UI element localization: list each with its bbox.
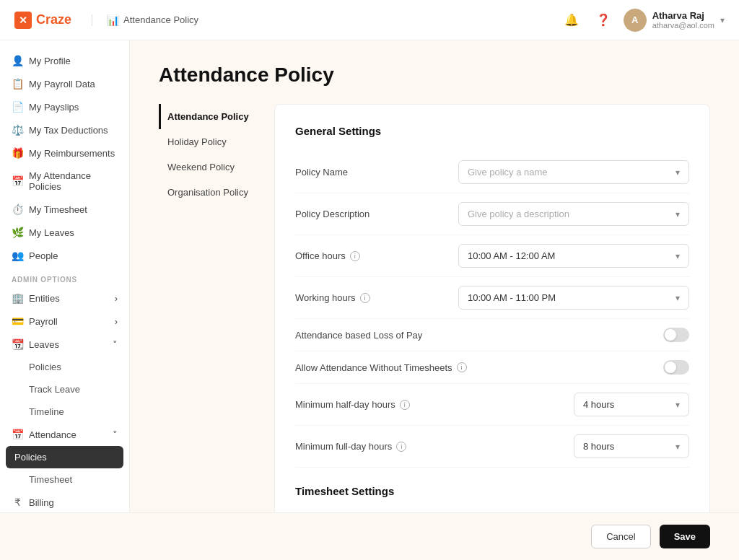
payroll-data-icon: 📋 xyxy=(12,78,23,89)
policy-name-label: Policy Name xyxy=(295,167,348,178)
payroll-icon: 💳 xyxy=(12,315,23,327)
breadcrumb-text: Attendance Policy xyxy=(123,14,198,25)
sidebar-item-billing[interactable]: ₹ Billing xyxy=(0,491,129,512)
policy-name-dropdown[interactable]: Give policy a name ▾ xyxy=(458,160,689,184)
office-hours-row: Office hours i 10:00 AM - 12:00 AM ▾ xyxy=(295,235,689,277)
people-icon: 👥 xyxy=(12,250,23,261)
leaves-admin-icon: 📆 xyxy=(12,338,23,350)
allow-without-timesheets-label: Allow Attendance Without Timesheets i xyxy=(295,362,467,373)
sidebar-item-my-reimbursements[interactable]: 🎁 My Reimbursements xyxy=(0,141,129,165)
sidebar-item-my-profile[interactable]: 👤 My Profile xyxy=(0,49,129,72)
office-hours-info-icon[interactable]: i xyxy=(350,251,360,261)
working-hours-dropdown[interactable]: 10:00 AM - 11:00 PM ▾ xyxy=(458,286,689,310)
sidebar-item-timesheet[interactable]: Timesheet xyxy=(0,468,129,491)
leaves-icon: 🌿 xyxy=(12,227,23,238)
sidebar-item-leaves[interactable]: 📆 Leaves ˅ xyxy=(0,333,129,356)
sidebar-item-my-attendance-policies[interactable]: 📅 My Attendance Policies xyxy=(0,165,129,198)
entities-icon: 🏢 xyxy=(12,292,23,304)
sidebar-item-people[interactable]: 👥 People xyxy=(0,244,129,267)
min-halfday-info-icon[interactable]: i xyxy=(400,400,410,410)
entities-left: 🏢 Entities xyxy=(12,292,60,304)
sidebar-item-attendance[interactable]: 📅 Attendance ˅ xyxy=(0,423,129,446)
toggle-knob xyxy=(665,362,676,373)
sidebar-item-label: My Reimbursements xyxy=(29,148,115,159)
sidebar-item-my-payslips[interactable]: 📄 My Payslips xyxy=(0,95,129,118)
help-button[interactable]: ❓ xyxy=(592,9,615,32)
timesheet-settings-section: Timesheet Settings Allow clock in during… xyxy=(295,485,689,512)
policy-nav-weekend-policy[interactable]: Weekend Policy xyxy=(159,154,274,180)
attendance-lop-toggle[interactable] xyxy=(663,328,689,342)
policy-nav-attendance-policy[interactable]: Attendance Policy xyxy=(159,104,274,129)
working-hours-info-icon[interactable]: i xyxy=(360,293,370,303)
sidebar-item-track-leave[interactable]: Track Leave xyxy=(0,378,129,401)
working-hours-arrow-icon: ▾ xyxy=(675,293,680,303)
policy-nav-holiday-policy[interactable]: Holiday Policy xyxy=(159,129,274,154)
allow-without-timesheets-info-icon[interactable]: i xyxy=(457,362,467,372)
leaves-submenu: Policies Track Leave Timeline xyxy=(0,356,129,423)
attendance-left: 📅 Attendance xyxy=(12,429,76,440)
policy-nav-organisation-policy[interactable]: Organisation Policy xyxy=(159,180,274,205)
sidebar-item-label: Policies xyxy=(14,452,47,463)
sidebar-item-label: My Attendance Policies xyxy=(29,170,118,192)
sidebar-item-label: Policies xyxy=(29,362,61,372)
policy-description-control: Give policy a description ▾ xyxy=(458,202,689,226)
sidebar-item-timeline[interactable]: Timeline xyxy=(0,401,129,423)
working-hours-control: 10:00 AM - 11:00 PM ▾ xyxy=(458,286,689,310)
general-settings-title: General Settings xyxy=(295,125,689,137)
payslips-icon: 📄 xyxy=(12,101,23,113)
user-email: atharva@aol.com xyxy=(652,21,714,30)
sidebar-item-att-policies[interactable]: Policies xyxy=(6,446,123,468)
min-halfday-arrow-icon: ▾ xyxy=(675,400,680,410)
topbar-right: 🔔 ❓ A Atharva Raj atharva@aol.com ▾ xyxy=(560,9,725,32)
logo: ✕ Craze xyxy=(14,12,71,29)
sidebar-item-label: Timesheet xyxy=(29,474,72,485)
min-fullday-label: Minimum full-day hours i xyxy=(295,441,406,452)
policy-description-row: Policy Description Give policy a descrip… xyxy=(295,193,689,235)
sidebar-item-my-tax-deductions[interactable]: ⚖️ My Tax Deductions xyxy=(0,118,129,141)
min-halfday-value: 4 hours xyxy=(583,399,614,410)
policy-description-arrow-icon: ▾ xyxy=(675,209,680,219)
sidebar-item-policies-leaves[interactable]: Policies xyxy=(0,356,129,378)
sidebar-item-label: My Profile xyxy=(29,56,71,66)
leaves-arrow-icon: ˅ xyxy=(113,339,118,350)
office-hours-label: Office hours i xyxy=(295,250,360,261)
entities-arrow-icon: › xyxy=(115,293,118,304)
sidebar-item-label: My Leaves xyxy=(29,227,74,238)
sidebar-item-entities[interactable]: 🏢 Entities › xyxy=(0,286,129,310)
sidebar-item-my-leaves[interactable]: 🌿 My Leaves xyxy=(0,221,129,244)
cancel-button[interactable]: Cancel xyxy=(591,525,650,548)
attendance-submenu: Policies Timesheet xyxy=(0,446,129,491)
min-fullday-control: 8 hours ▾ xyxy=(574,434,689,458)
sidebar-item-my-timesheet[interactable]: ⏱️ My Timesheet xyxy=(0,198,129,221)
policy-description-label: Policy Description xyxy=(295,209,370,219)
admin-options-label: ADMIN OPTIONS xyxy=(0,267,129,286)
sidebar-item-label: People xyxy=(29,250,58,261)
payroll-arrow-icon: › xyxy=(115,316,118,327)
attendance-policy-icon: 📊 xyxy=(107,14,119,26)
policy-name-arrow-icon: ▾ xyxy=(675,167,680,178)
min-halfday-dropdown[interactable]: 4 hours ▾ xyxy=(574,393,689,416)
user-chevron-icon: ▾ xyxy=(720,15,725,25)
notifications-button[interactable]: 🔔 xyxy=(560,9,583,32)
topbar-left: ✕ Craze 📊 Attendance Policy xyxy=(14,12,198,29)
office-hours-dropdown[interactable]: 10:00 AM - 12:00 AM ▾ xyxy=(458,244,689,268)
policy-name-placeholder: Give policy a name xyxy=(468,167,548,178)
payroll-left: 💳 Payroll xyxy=(12,315,58,327)
sidebar-item-my-payroll-data[interactable]: 📋 My Payroll Data xyxy=(0,72,129,95)
user-info[interactable]: A Atharva Raj atharva@aol.com ▾ xyxy=(624,9,725,32)
min-fullday-info-icon[interactable]: i xyxy=(396,442,406,452)
policy-description-dropdown[interactable]: Give policy a description ▾ xyxy=(458,202,689,226)
my-profile-icon: 👤 xyxy=(12,55,23,66)
allow-without-timesheets-toggle[interactable] xyxy=(663,360,689,375)
avatar: A xyxy=(624,9,647,32)
min-fullday-dropdown[interactable]: 8 hours ▾ xyxy=(574,434,689,458)
attendance-lop-row: Attendance based Loss of Pay xyxy=(295,319,689,351)
user-name: Atharva Raj xyxy=(652,10,714,21)
breadcrumb: 📊 Attendance Policy xyxy=(92,14,198,26)
working-hours-row: Working hours i 10:00 AM - 11:00 PM ▾ xyxy=(295,277,689,319)
attendance-lop-label: Attendance based Loss of Pay xyxy=(295,330,422,341)
timesheet-icon: ⏱️ xyxy=(12,204,23,215)
sidebar-item-payroll[interactable]: 💳 Payroll › xyxy=(0,310,129,333)
toggle-knob xyxy=(665,329,676,341)
save-button[interactable]: Save xyxy=(660,525,710,548)
